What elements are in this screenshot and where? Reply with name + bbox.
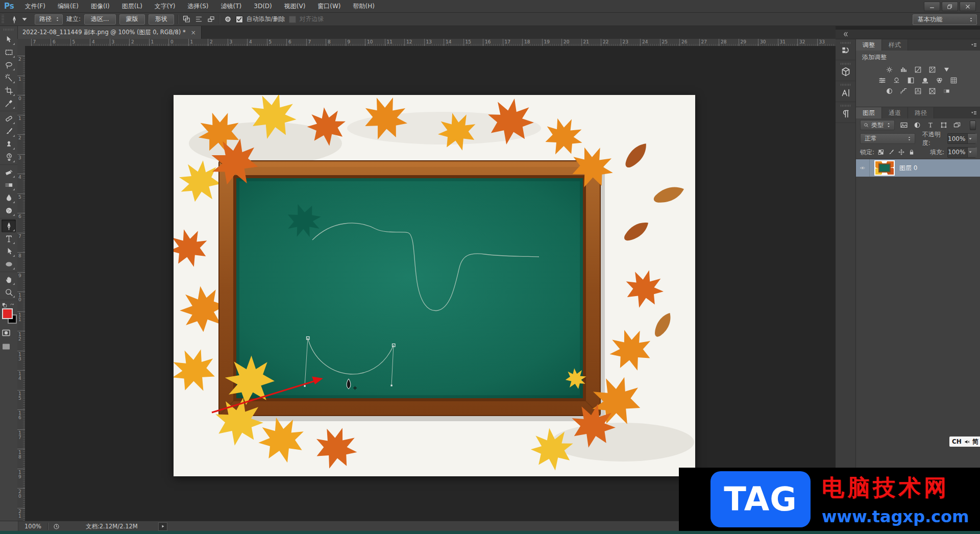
adjustment-colorlookup-icon[interactable] <box>949 77 958 84</box>
hand-tool[interactable] <box>2 273 16 286</box>
menu-item[interactable]: 编辑(E) <box>52 3 85 10</box>
align-edges-checkbox[interactable] <box>289 16 296 23</box>
document-tab[interactable]: 2022-12-08_111449 副本.png @ 100% (图层 0, R… <box>17 26 202 39</box>
path-arrangement-icon[interactable] <box>207 15 215 23</box>
adjustment-selectivecolor-icon[interactable] <box>928 87 937 95</box>
filter-toggle[interactable] <box>970 120 976 130</box>
lasso-tool[interactable] <box>2 59 16 71</box>
default-colors-icon[interactable] <box>2 302 8 308</box>
menu-item[interactable]: 3D(D) <box>248 3 278 10</box>
adjustment-hue-icon[interactable] <box>878 77 887 84</box>
tool-preset-picker[interactable] <box>8 15 31 24</box>
canvas-viewport[interactable] <box>25 46 836 521</box>
tool-mode-select[interactable]: 路径 <box>35 14 63 25</box>
move-tool[interactable] <box>2 33 16 46</box>
layer-row[interactable]: 图层 0 <box>856 159 980 177</box>
stamp-tool[interactable] <box>2 138 16 151</box>
opacity-dropdown[interactable] <box>967 134 977 143</box>
swap-colors-icon[interactable] <box>9 302 15 308</box>
filter-shape-icon[interactable] <box>940 121 948 129</box>
foreground-color-swatch[interactable] <box>2 308 13 319</box>
ime-indicator[interactable]: CH 简 <box>949 436 980 447</box>
adjustment-brightness-icon[interactable] <box>885 66 894 74</box>
menu-item[interactable]: 图像(I) <box>85 3 116 10</box>
lock-all-icon[interactable] <box>908 149 915 156</box>
menu-item[interactable]: 窗口(W) <box>311 3 347 10</box>
menu-item[interactable]: 视图(V) <box>278 3 312 10</box>
adjustments-tab[interactable]: 调整 <box>856 39 882 51</box>
blend-mode-select[interactable]: 正常 <box>860 133 915 144</box>
adjustment-levels-icon[interactable] <box>899 66 908 74</box>
marquee-tool[interactable] <box>2 46 16 59</box>
ruler-origin-corner[interactable] <box>17 39 26 46</box>
horizontal-ruler[interactable]: 7654321012345678910111213141516171819202… <box>25 39 836 46</box>
filter-image-icon[interactable] <box>900 121 908 129</box>
path-alignment-icon[interactable] <box>194 15 203 23</box>
zoom-level-field[interactable]: 100% <box>18 523 47 530</box>
adjustment-vibrance-icon[interactable] <box>942 66 951 74</box>
eraser-tool[interactable] <box>2 166 16 179</box>
status-more-button[interactable] <box>158 522 167 531</box>
gradient-tool[interactable] <box>2 179 16 191</box>
layer-filter-select[interactable]: 类型 <box>860 120 895 130</box>
zoom-tool[interactable] <box>2 286 16 299</box>
fill-dropdown[interactable] <box>967 148 977 157</box>
history-tool[interactable] <box>2 151 16 163</box>
adjustment-channelmixer-icon[interactable] <box>935 77 944 84</box>
pathselect-tool[interactable] <box>2 245 16 258</box>
workspace-switcher[interactable]: 基本功能 <box>913 14 977 25</box>
menu-item[interactable]: 文字(Y) <box>149 3 182 10</box>
fill-field[interactable]: 100% <box>947 147 976 158</box>
collapse-left-icon[interactable] <box>843 31 849 37</box>
pen-tool[interactable] <box>2 220 16 232</box>
layers-tab[interactable]: 图层 <box>856 107 882 118</box>
make-shape-button[interactable]: 形状 <box>149 14 174 25</box>
menu-item[interactable]: 滤镜(T) <box>215 3 248 10</box>
adjustment-invert-icon[interactable] <box>885 87 894 95</box>
filter-adjustment-icon[interactable] <box>913 121 921 129</box>
filter-type-icon[interactable] <box>926 121 935 129</box>
menu-item[interactable]: 文件(F) <box>19 3 52 10</box>
adjustments-tab[interactable]: 样式 <box>882 39 908 51</box>
adjustment-gradientmap-icon[interactable] <box>942 87 951 95</box>
close-button[interactable] <box>960 2 976 11</box>
adjustment-bw-icon[interactable] <box>906 77 915 84</box>
menu-item[interactable]: 图层(L) <box>116 3 149 10</box>
panel-menu-icon[interactable] <box>970 41 978 48</box>
layer-visibility-toggle[interactable] <box>856 159 870 177</box>
shape-tool[interactable] <box>2 258 16 271</box>
adjustment-threshold-icon[interactable] <box>914 87 922 95</box>
adjustment-colorbalance-icon[interactable] <box>892 77 901 84</box>
blur-tool[interactable] <box>2 191 16 204</box>
tab-close-icon[interactable]: × <box>191 29 196 36</box>
layer-thumbnail[interactable] <box>874 160 895 176</box>
adjustment-curves-icon[interactable] <box>914 66 922 74</box>
gear-icon[interactable] <box>224 15 232 23</box>
make-mask-button[interactable]: 蒙版 <box>119 14 145 25</box>
document-canvas[interactable] <box>174 95 695 476</box>
adjustment-photofilter-icon[interactable] <box>921 77 929 84</box>
minimize-button[interactable] <box>924 2 940 11</box>
wand-tool[interactable] <box>2 71 16 84</box>
lock-transparency-icon[interactable] <box>877 149 885 156</box>
make-selection-button[interactable]: 选区... <box>84 14 115 25</box>
adjustment-posterize-icon[interactable] <box>899 87 908 95</box>
menu-item[interactable]: 选择(S) <box>182 3 215 10</box>
healing-tool[interactable] <box>2 112 16 125</box>
character-panel-icon[interactable] <box>840 87 851 99</box>
paragraph-panel-icon[interactable] <box>840 108 851 119</box>
lock-position-icon[interactable] <box>898 149 905 156</box>
crop-tool[interactable] <box>2 84 16 97</box>
quick-mask-icon[interactable] <box>0 328 12 338</box>
screen-mode-icon[interactable] <box>0 342 12 352</box>
dodge-tool[interactable] <box>2 204 16 217</box>
lock-pixels-icon[interactable] <box>888 149 895 156</box>
layers-tab[interactable]: 通道 <box>882 107 908 118</box>
menu-item[interactable]: 帮助(H) <box>347 3 381 10</box>
layers-tab[interactable]: 路径 <box>908 107 934 118</box>
panel-menu-icon[interactable] <box>970 109 978 116</box>
3d-panel-icon[interactable] <box>840 66 851 78</box>
vertical-ruler[interactable]: 210123456789101112131415161718192021 <box>17 46 26 521</box>
adjustment-exposure-icon[interactable] <box>928 66 937 74</box>
filter-smartobject-icon[interactable] <box>953 121 961 129</box>
